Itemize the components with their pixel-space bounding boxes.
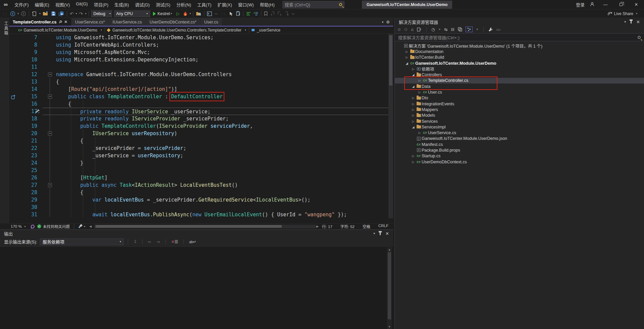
switch-views-icon[interactable] xyxy=(417,27,422,32)
tree-expanded-arrow-icon[interactable]: ◢ xyxy=(411,125,416,129)
fold-margin[interactable] xyxy=(43,63,56,71)
toolbox-vertical-tab[interactable]: 工具箱 xyxy=(0,21,9,36)
clear-bookmarks-icon[interactable] xyxy=(283,11,290,16)
clear-output-icon[interactable]: ✕☰ xyxy=(170,239,179,244)
code-line-31[interactable]: 31await localEventBus.PublishAsync(new U… xyxy=(9,211,393,218)
menu-item-5[interactable]: 项目(P) xyxy=(91,0,111,9)
fold-margin[interactable] xyxy=(43,86,56,93)
code-cleanup-brush-icon[interactable] xyxy=(78,224,83,229)
output-content[interactable]: ▲ ▼ xyxy=(0,246,393,329)
fold-margin[interactable] xyxy=(43,56,56,63)
se-forward-icon[interactable]: ⊙ xyxy=(404,27,408,32)
save-all-icon[interactable] xyxy=(57,10,65,17)
new-project-caret-icon[interactable]: ▾ xyxy=(39,12,41,15)
breakpoint-margin[interactable] xyxy=(9,56,19,63)
fold-margin[interactable] xyxy=(43,152,56,159)
home-icon[interactable]: ⌂ xyxy=(411,27,414,32)
code-line-28[interactable]: 28{ xyxy=(9,189,393,196)
tree-expanded-arrow-icon[interactable]: ◢ xyxy=(405,62,409,65)
fold-margin[interactable] xyxy=(43,145,56,152)
tree-item-Startup.cs[interactable]: ▷C#Startup.cs xyxy=(395,153,644,159)
code-line-16[interactable]: 16{ xyxy=(9,100,393,108)
start-without-debug-icon[interactable]: ▷ xyxy=(174,11,182,16)
fold-margin[interactable] xyxy=(43,137,56,145)
code-cleanup-caret-icon[interactable]: ▾ xyxy=(83,225,86,228)
close-tab-icon[interactable]: ✕ xyxy=(64,20,67,24)
output-vertical-scrollbar[interactable]: ▲ ▼ xyxy=(387,248,392,329)
status-indent-mode[interactable]: 空格 xyxy=(363,224,370,229)
breakpoint-margin[interactable] xyxy=(9,204,19,211)
breakpoint-margin[interactable] xyxy=(9,152,19,159)
navigate-back-caret-icon[interactable]: ▾ xyxy=(17,12,19,15)
status-column[interactable]: 字符: 52 xyxy=(340,224,355,229)
code-line-25[interactable]: 25 xyxy=(9,167,393,174)
editor-tab-2[interactable]: UserService.cs* xyxy=(71,18,109,26)
editor-tab-5[interactable]: User.cs xyxy=(201,18,222,26)
tree-item-User.cs[interactable]: ▷C#User.cs xyxy=(395,89,644,95)
output-source-dropdown[interactable]: 服务依赖项▾ xyxy=(40,238,124,245)
fold-margin[interactable]: − xyxy=(43,130,56,137)
tree-collapsed-arrow-icon[interactable]: ▷ xyxy=(417,131,422,134)
tree-item-Manifest.cs[interactable]: C#Manifest.cs xyxy=(395,142,644,147)
code-line-20[interactable]: 20−IUserService userRepository) xyxy=(9,130,393,137)
pin-icon[interactable] xyxy=(631,20,632,23)
bookmark-more-icon[interactable]: ─ xyxy=(290,11,296,17)
menu-item-7[interactable]: 调试(D) xyxy=(132,0,153,9)
indent-lines-icon[interactable] xyxy=(245,11,252,16)
code-line-23[interactable]: 23_userService = userRepository; xyxy=(9,152,393,159)
menu-item-8[interactable]: 测试(S) xyxy=(153,0,173,9)
pin-icon[interactable] xyxy=(380,232,381,235)
pending-changes-filter-icon[interactable]: ◷ xyxy=(431,27,435,32)
sign-in-button[interactable]: 登录 xyxy=(574,1,587,8)
fold-margin[interactable] xyxy=(43,49,56,56)
menu-item-9[interactable]: 分析(N) xyxy=(173,0,194,9)
tree-collapsed-arrow-icon[interactable]: ▷ xyxy=(411,160,416,164)
code-line-13[interactable]: 13{ xyxy=(9,78,393,86)
breakpoint-margin[interactable] xyxy=(9,41,19,49)
solution-explorer-search[interactable]: 搜索解决方案资源管理器(Ctrl+;) xyxy=(395,34,644,41)
code-area[interactable]: 7using Ganweisoft.IoTCenter.Module.UserD… xyxy=(9,34,393,218)
scroll-down-arrow-icon[interactable]: ▼ xyxy=(387,325,392,328)
document-health-text[interactable]: 未找到相关问题 xyxy=(43,224,70,229)
code-line-11[interactable]: 11 xyxy=(9,63,393,71)
tree-collapsed-arrow-icon[interactable]: ▷ xyxy=(417,79,422,82)
breakpoint-margin[interactable] xyxy=(9,71,19,78)
tab-list-caret-icon[interactable]: ▾ xyxy=(382,20,384,24)
code-line-29[interactable]: 29var localEventBus = _servicePrider.Get… xyxy=(9,196,393,204)
prev-message-icon[interactable]: ⇐ xyxy=(147,239,153,244)
code-line-30[interactable]: 30 xyxy=(9,204,393,211)
hot-reload-caret-icon[interactable]: ▾ xyxy=(189,12,192,15)
breakpoint-margin[interactable] xyxy=(9,108,19,115)
tree-collapsed-arrow-icon[interactable]: ▷ xyxy=(417,91,422,94)
editor-horizontal-scrollbar[interactable] xyxy=(94,225,316,228)
tree-item-ServicesImpl[interactable]: ◢ServicesImpl xyxy=(395,124,644,130)
properties-wrench-icon[interactable] xyxy=(488,27,493,32)
editor-tab-3[interactable]: IUserService.cs xyxy=(109,18,146,26)
code-line-15[interactable]: 15−public class TemplateController : Def… xyxy=(9,93,393,100)
menu-item-12[interactable]: 窗口(W) xyxy=(235,0,257,9)
close-panel-icon[interactable]: ✕ xyxy=(636,19,640,24)
quick-actions-screwdriver-icon[interactable] xyxy=(35,109,40,116)
filter-caret-icon[interactable]: ▾ xyxy=(438,28,441,31)
fold-margin[interactable] xyxy=(43,189,56,196)
tree-item-Documentation[interactable]: ▷Documentation xyxy=(395,49,644,54)
menu-item-2[interactable]: 编辑(E) xyxy=(32,0,52,9)
fold-margin[interactable]: − xyxy=(43,181,56,189)
restore-button[interactable] xyxy=(613,0,629,9)
bookmark-icon[interactable] xyxy=(263,11,269,16)
menu-item-11[interactable]: 扩展(X) xyxy=(214,0,235,9)
editor-options-gear-icon[interactable]: ⚙ xyxy=(386,20,390,24)
tree-collapsed-arrow-icon[interactable]: ▷ xyxy=(411,96,416,100)
preview-selected-items-icon[interactable]: ▭· xyxy=(496,27,501,32)
prev-bookmark-icon[interactable] xyxy=(269,11,276,16)
fold-margin[interactable] xyxy=(43,78,56,86)
tree-item-Ganweisoft.IoTCenter.Module.UserDemo[interactable]: ◢C#Ganweisoft.IoTCenter.Module.UserDemo xyxy=(395,60,644,66)
fold-margin[interactable] xyxy=(43,100,56,108)
fold-margin[interactable] xyxy=(43,204,56,211)
command-window-icon[interactable] xyxy=(206,11,213,17)
show-all-files-icon[interactable] xyxy=(458,27,462,32)
hscroll-right-arrow-icon[interactable]: ▶ xyxy=(316,225,319,228)
tree-item-Dto[interactable]: ▷Dto xyxy=(395,95,644,101)
undo-icon[interactable]: ↶ xyxy=(68,10,75,17)
tree-item--Ganweisoft.IoTCenter.Module.UserDemo-1-[interactable]: ▤解决方案 'Ganweisoft.IoTCenter.Module.UserD… xyxy=(395,43,644,49)
